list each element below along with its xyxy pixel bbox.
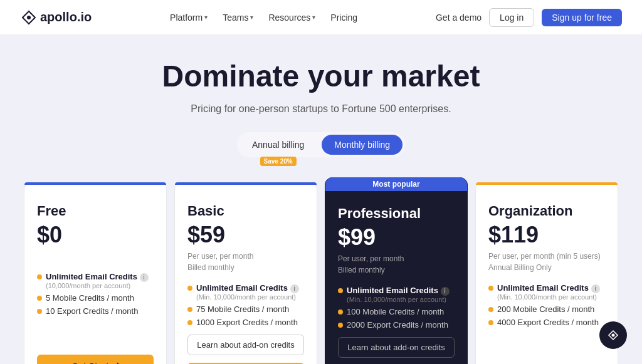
feature-dot-icon bbox=[37, 296, 42, 301]
plan-billing-professional: Per user, per month Billed monthly bbox=[338, 253, 455, 276]
svg-point-1 bbox=[612, 334, 615, 337]
feature-dot-icon bbox=[187, 307, 192, 312]
feature-email-basic: Unlimited Email Credits i (Min. 10,000/m… bbox=[187, 283, 304, 301]
feature-mobile-org: 200 Mobile Credits / month bbox=[488, 304, 605, 314]
plan-name-basic: Basic bbox=[187, 203, 304, 219]
navbar: apollo.io Platform ▾ Teams ▾ Resources ▾… bbox=[0, 0, 642, 35]
page-headline: Dominate your market bbox=[20, 60, 622, 93]
plan-price-basic: $59 bbox=[187, 222, 304, 248]
plan-name-professional: Professional bbox=[338, 205, 455, 222]
billing-toggle: Annual billing Save 20% Monthly billing bbox=[237, 132, 405, 157]
plan-name-org: Organization bbox=[488, 203, 605, 219]
feature-dot-icon bbox=[338, 288, 343, 293]
feature-dot-icon bbox=[488, 307, 493, 312]
feature-dot-icon bbox=[338, 323, 343, 328]
feature-dot-icon bbox=[338, 309, 343, 315]
save-badge: Save 20% bbox=[260, 157, 297, 166]
card-top-bar-yellow bbox=[476, 182, 618, 185]
info-icon[interactable]: i bbox=[140, 273, 149, 282]
main-content: Dominate your market Pricing for one-per… bbox=[8, 35, 634, 364]
feature-dot-icon bbox=[488, 320, 493, 325]
feature-export-basic: 1000 Export Credits / month bbox=[187, 318, 304, 327]
svg-point-0 bbox=[27, 16, 31, 19]
feature-dot-icon bbox=[187, 320, 192, 325]
info-icon[interactable]: i bbox=[290, 284, 299, 293]
chevron-down-icon: ▾ bbox=[312, 14, 315, 21]
nav-links: Platform ▾ Teams ▾ Resources ▾ Pricing bbox=[170, 13, 357, 23]
plan-basic: Basic $59 Per user, per month Billed mon… bbox=[174, 182, 317, 364]
nav-resources[interactable]: Resources ▾ bbox=[268, 13, 315, 23]
plan-billing-org: Per user, per month (min 5 users) Annual… bbox=[488, 251, 605, 273]
info-icon[interactable]: i bbox=[441, 287, 450, 296]
nav-platform[interactable]: Platform ▾ bbox=[170, 13, 208, 23]
feature-export-free: 10 Export Credits / month bbox=[37, 306, 154, 316]
nav-teams[interactable]: Teams ▾ bbox=[223, 13, 253, 23]
info-icon[interactable]: i bbox=[591, 284, 600, 293]
nav-actions: Get a demo Log in Sign up for free bbox=[436, 8, 622, 27]
card-top-bar bbox=[175, 182, 317, 185]
plan-organization: Organization $119 Per user, per month (m… bbox=[475, 182, 618, 364]
signup-button[interactable]: Sign up for free bbox=[542, 9, 622, 26]
popular-badge: Most popular bbox=[325, 177, 467, 191]
feature-export-pro: 2000 Export Credits / month bbox=[338, 320, 455, 330]
feature-dot-icon bbox=[187, 286, 192, 291]
plan-price-org: $119 bbox=[488, 222, 605, 248]
get-demo-button[interactable]: Get a demo bbox=[436, 13, 482, 23]
plan-professional: Most popular Professional $99 Per user, … bbox=[325, 177, 468, 364]
fab-button[interactable] bbox=[599, 321, 627, 349]
plan-price-free: $0 bbox=[37, 222, 154, 248]
pricing-grid: Free $0 Unlimited Email Credits i (10,00… bbox=[20, 182, 622, 364]
feature-mobile-basic: 75 Mobile Credits / month bbox=[187, 304, 304, 314]
feature-dot-icon bbox=[37, 309, 42, 314]
login-button[interactable]: Log in bbox=[489, 8, 534, 27]
feature-mobile-free: 5 Mobile Credits / month bbox=[37, 293, 154, 303]
page-subtitle: Pricing for one-person startups to Fortu… bbox=[20, 103, 622, 115]
feature-email-pro: Unlimited Email Credits i (Min. 10,000/m… bbox=[338, 286, 455, 303]
plan-free: Free $0 Unlimited Email Credits i (10,00… bbox=[24, 182, 167, 364]
annual-billing-option[interactable]: Annual billing Save 20% bbox=[239, 135, 317, 155]
learn-addon-button-pro[interactable]: Learn about add-on credits bbox=[338, 337, 455, 358]
chevron-down-icon: ▾ bbox=[204, 14, 208, 21]
chevron-down-icon: ▾ bbox=[250, 14, 253, 21]
feature-dot-icon bbox=[37, 274, 42, 279]
feature-email-free: Unlimited Email Credits i (10,000/month … bbox=[37, 272, 154, 289]
logo[interactable]: apollo.io bbox=[20, 9, 92, 26]
plan-name-free: Free bbox=[37, 203, 154, 219]
plan-billing-basic: Per user, per month Billed monthly bbox=[187, 251, 304, 273]
card-top-bar bbox=[24, 182, 166, 185]
plan-price-professional: $99 bbox=[338, 224, 455, 251]
plan-billing-free bbox=[37, 251, 154, 262]
feature-email-org: Unlimited Email Credits i (Min. 10,000/m… bbox=[488, 283, 605, 301]
feature-mobile-pro: 100 Mobile Credits / month bbox=[338, 307, 455, 316]
monthly-billing-option[interactable]: Monthly billing bbox=[322, 135, 403, 155]
get-started-button-free[interactable]: Get Started bbox=[37, 355, 154, 364]
nav-pricing[interactable]: Pricing bbox=[330, 13, 357, 23]
learn-addon-button-basic[interactable]: Learn about add-on credits bbox=[187, 335, 304, 355]
feature-export-org: 4000 Export Credits / month bbox=[488, 318, 605, 327]
feature-dot-icon bbox=[488, 286, 493, 291]
